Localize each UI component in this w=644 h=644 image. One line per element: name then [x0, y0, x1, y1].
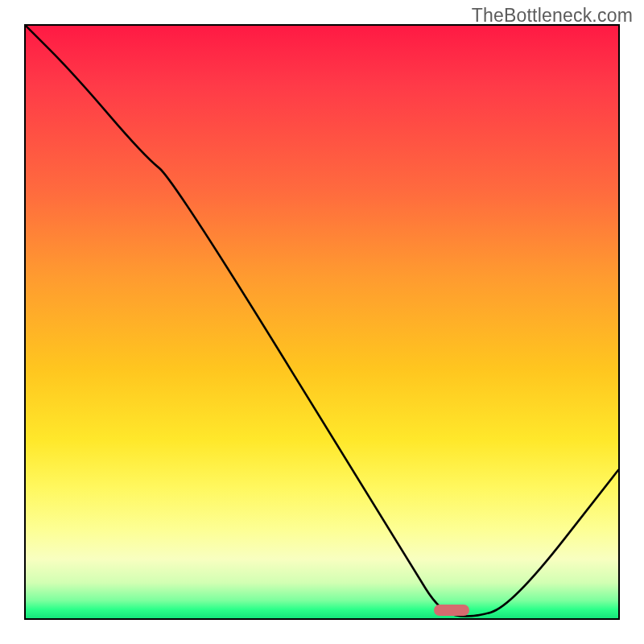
curve-path [26, 26, 618, 617]
plot-area [24, 24, 620, 620]
optimal-marker [434, 605, 469, 616]
watermark-text: TheBottleneck.com [472, 5, 633, 27]
bottleneck-curve [26, 26, 618, 618]
chart-stage: TheBottleneck.com [0, 0, 644, 644]
